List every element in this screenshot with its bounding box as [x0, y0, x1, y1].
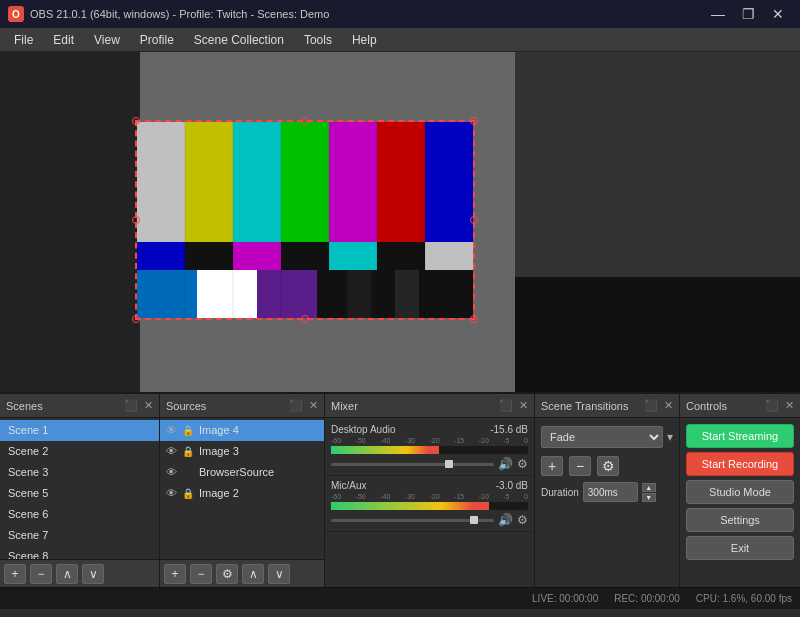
- scenes-panel: Scenes ⬛ ✕ Scene 1 Scene 2 Scene 3 Scene…: [0, 394, 160, 587]
- sources-close-icon[interactable]: ✕: [309, 399, 318, 412]
- source-remove-button[interactable]: −: [190, 564, 212, 584]
- resize-handle-mr[interactable]: [470, 216, 478, 224]
- eye-icon-image2[interactable]: 👁: [166, 485, 177, 502]
- eye-icon-image4[interactable]: 👁: [166, 422, 177, 439]
- menu-scene-collection[interactable]: Scene Collection: [184, 31, 294, 49]
- resize-handle-br[interactable]: [470, 315, 478, 323]
- lock-icon-image4[interactable]: 🔒: [182, 422, 194, 439]
- lock-icon-image2[interactable]: 🔒: [182, 485, 194, 502]
- mixer-slider-mic[interactable]: [331, 519, 494, 522]
- menu-view[interactable]: View: [84, 31, 130, 49]
- mixer-slider-row-mic: 🔊 ⚙: [331, 513, 528, 527]
- scenes-config-icon[interactable]: ⬛: [124, 399, 138, 412]
- source-item-image2[interactable]: 👁 🔒 Image 2: [160, 483, 324, 504]
- menu-tools[interactable]: Tools: [294, 31, 342, 49]
- scene-item-5[interactable]: Scene 5: [0, 483, 159, 504]
- mixer-mute-icon-desktop[interactable]: 🔊: [498, 457, 513, 471]
- scene-item-3[interactable]: Scene 3: [0, 462, 159, 483]
- transition-settings-button[interactable]: ⚙: [597, 456, 619, 476]
- resize-handle-tm[interactable]: [301, 117, 309, 125]
- source-item-image4[interactable]: 👁 🔒 Image 4: [160, 420, 324, 441]
- settings-button[interactable]: Settings: [686, 508, 794, 532]
- maximize-button[interactable]: ❐: [734, 0, 762, 28]
- lock-icon-image3[interactable]: 🔒: [182, 443, 194, 460]
- source-move-down-button[interactable]: ∨: [268, 564, 290, 584]
- transition-add-button[interactable]: +: [541, 456, 563, 476]
- mixer-title: Mixer: [331, 400, 358, 412]
- mixer-close-icon[interactable]: ✕: [519, 399, 528, 412]
- mixer-track-mic: Mic/Aux -3.0 dB -60-50-40-30-20-15-10-50…: [325, 476, 534, 532]
- studio-mode-button[interactable]: Studio Mode: [686, 480, 794, 504]
- menu-help[interactable]: Help: [342, 31, 387, 49]
- controls-close-icon[interactable]: ✕: [785, 399, 794, 412]
- duration-input[interactable]: [583, 482, 638, 502]
- source-settings-button[interactable]: ⚙: [216, 564, 238, 584]
- rec-time: REC: 00:00:00: [614, 593, 680, 604]
- sources-panel-header: Sources ⬛ ✕: [160, 394, 324, 418]
- scene-item-1[interactable]: Scene 1: [0, 420, 159, 441]
- transition-type-select[interactable]: Fade Cut Swipe Slide: [541, 426, 663, 448]
- mixer-settings-icon-mic[interactable]: ⚙: [517, 513, 528, 527]
- mixer-config-icon[interactable]: ⬛: [499, 399, 513, 412]
- scene-item-7[interactable]: Scene 7: [0, 525, 159, 546]
- svg-rect-1: [185, 122, 233, 242]
- scene-item-6[interactable]: Scene 6: [0, 504, 159, 525]
- controls-config-icon[interactable]: ⬛: [765, 399, 779, 412]
- exit-button[interactable]: Exit: [686, 536, 794, 560]
- scene-item-2[interactable]: Scene 2: [0, 441, 159, 462]
- window-controls[interactable]: — ❐ ✕: [704, 0, 792, 28]
- source-move-up-button[interactable]: ∧: [242, 564, 264, 584]
- close-button[interactable]: ✕: [764, 0, 792, 28]
- smpte-display: [135, 120, 475, 320]
- scenes-close-icon[interactable]: ✕: [144, 399, 153, 412]
- mixer-settings-icon-desktop[interactable]: ⚙: [517, 457, 528, 471]
- mixer-slider-desktop[interactable]: [331, 463, 494, 466]
- svg-rect-21: [419, 270, 473, 318]
- sources-config-icon[interactable]: ⬛: [289, 399, 303, 412]
- scene-move-up-button[interactable]: ∧: [56, 564, 78, 584]
- live-time: LIVE: 00:00:00: [532, 593, 598, 604]
- mixer-thumb-mic[interactable]: [470, 516, 478, 524]
- source-name-image2: Image 2: [199, 485, 239, 502]
- mixer-thumb-desktop[interactable]: [445, 460, 453, 468]
- source-item-image3[interactable]: 👁 🔒 Image 3: [160, 441, 324, 462]
- svg-rect-4: [329, 122, 377, 242]
- scene-remove-button[interactable]: −: [30, 564, 52, 584]
- transition-chevron-icon: ▾: [667, 430, 673, 444]
- mixer-mute-icon-mic[interactable]: 🔊: [498, 513, 513, 527]
- eye-icon-image3[interactable]: 👁: [166, 443, 177, 460]
- scene-move-down-button[interactable]: ∨: [82, 564, 104, 584]
- resize-handle-tl[interactable]: [132, 117, 140, 125]
- transitions-config-icon[interactable]: ⬛: [644, 399, 658, 412]
- sources-list: 👁 🔒 Image 4 👁 🔒 Image 3 👁 🔒 BrowserSourc…: [160, 418, 324, 559]
- scene-add-button[interactable]: +: [4, 564, 26, 584]
- scenes-panel-header: Scenes ⬛ ✕: [0, 394, 159, 418]
- resize-handle-bm[interactable]: [301, 315, 309, 323]
- resize-handle-bl[interactable]: [132, 315, 140, 323]
- resize-handle-tr[interactable]: [470, 117, 478, 125]
- menu-edit[interactable]: Edit: [43, 31, 84, 49]
- svg-rect-16: [257, 270, 317, 318]
- sources-footer: + − ⚙ ∧ ∨: [160, 559, 324, 587]
- start-streaming-button[interactable]: Start Streaming: [686, 424, 794, 448]
- obs-icon: O: [8, 6, 24, 22]
- mixer-level-mic: [331, 502, 489, 510]
- duration-up-button[interactable]: ▲: [642, 483, 656, 492]
- eye-icon-browser[interactable]: 👁: [166, 464, 177, 481]
- scenes-footer: + − ∧ ∨: [0, 559, 159, 587]
- transition-remove-button[interactable]: −: [569, 456, 591, 476]
- start-recording-button[interactable]: Start Recording: [686, 452, 794, 476]
- resize-handle-ml[interactable]: [132, 216, 140, 224]
- minimize-button[interactable]: —: [704, 0, 732, 28]
- menu-bar: File Edit View Profile Scene Collection …: [0, 28, 800, 52]
- mixer-bar-mic: [331, 502, 528, 510]
- scene-item-8[interactable]: Scene 8: [0, 546, 159, 559]
- transitions-close-icon[interactable]: ✕: [664, 399, 673, 412]
- menu-file[interactable]: File: [4, 31, 43, 49]
- transitions-title: Scene Transitions: [541, 400, 628, 412]
- mixer-bar-labels-mic: -60-50-40-30-20-15-10-50: [331, 493, 528, 500]
- duration-down-button[interactable]: ▼: [642, 493, 656, 502]
- source-add-button[interactable]: +: [164, 564, 186, 584]
- menu-profile[interactable]: Profile: [130, 31, 184, 49]
- source-item-browser[interactable]: 👁 🔒 BrowserSource: [160, 462, 324, 483]
